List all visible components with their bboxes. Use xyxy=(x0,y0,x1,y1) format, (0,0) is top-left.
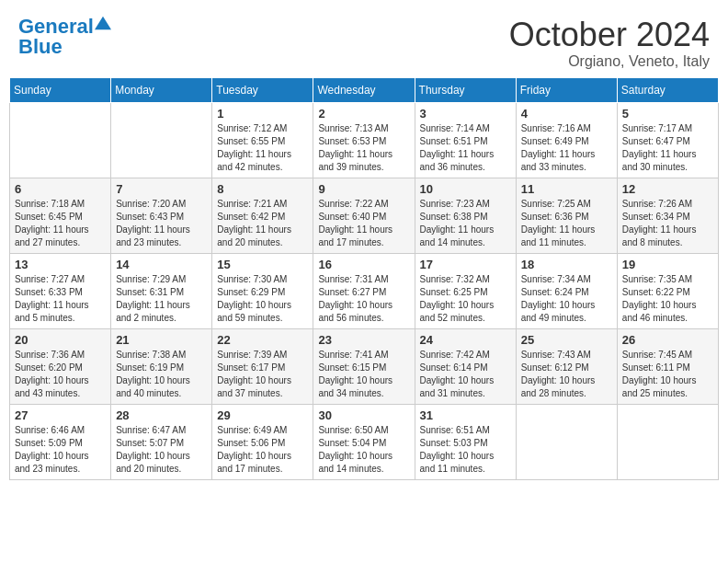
day-info: Sunrise: 7:20 AMSunset: 6:43 PMDaylight:… xyxy=(116,198,207,249)
calendar-cell xyxy=(111,102,212,178)
calendar-week-2: 6Sunrise: 7:18 AMSunset: 6:45 PMDaylight… xyxy=(10,178,719,253)
calendar-cell: 13Sunrise: 7:27 AMSunset: 6:33 PMDayligh… xyxy=(10,253,111,328)
day-number: 14 xyxy=(116,258,207,271)
day-info: Sunrise: 7:32 AMSunset: 6:25 PMDaylight:… xyxy=(420,273,511,325)
day-number: 10 xyxy=(420,182,511,196)
day-number: 2 xyxy=(318,107,409,121)
day-number: 30 xyxy=(318,408,409,422)
calendar-week-3: 13Sunrise: 7:27 AMSunset: 6:33 PMDayligh… xyxy=(10,253,719,328)
calendar-cell: 25Sunrise: 7:43 AMSunset: 6:12 PMDayligh… xyxy=(516,328,617,404)
calendar-cell: 29Sunrise: 6:49 AMSunset: 5:06 PMDayligh… xyxy=(212,404,313,479)
day-info: Sunrise: 7:34 AMSunset: 6:24 PMDaylight:… xyxy=(521,273,612,325)
calendar-cell: 5Sunrise: 7:17 AMSunset: 6:47 PMDaylight… xyxy=(617,102,718,178)
day-number: 13 xyxy=(15,258,106,271)
logo-icon xyxy=(95,15,111,31)
calendar-cell: 20Sunrise: 7:36 AMSunset: 6:20 PMDayligh… xyxy=(10,328,111,404)
calendar-cell: 3Sunrise: 7:14 AMSunset: 6:51 PMDaylight… xyxy=(415,102,516,178)
day-info: Sunrise: 7:35 AMSunset: 6:22 PMDaylight:… xyxy=(622,273,713,325)
calendar-cell: 10Sunrise: 7:23 AMSunset: 6:38 PMDayligh… xyxy=(415,178,516,253)
weekday-header-row: SundayMondayTuesdayWednesdayThursdayFrid… xyxy=(10,77,719,102)
day-number: 19 xyxy=(622,258,713,271)
weekday-sunday: Sunday xyxy=(10,77,111,102)
day-info: Sunrise: 7:22 AMSunset: 6:40 PMDaylight:… xyxy=(318,198,409,249)
day-info: Sunrise: 7:18 AMSunset: 6:45 PMDaylight:… xyxy=(15,198,106,249)
calendar-body: 1Sunrise: 7:12 AMSunset: 6:55 PMDaylight… xyxy=(10,102,719,479)
day-number: 5 xyxy=(622,107,713,121)
calendar-cell: 16Sunrise: 7:31 AMSunset: 6:27 PMDayligh… xyxy=(313,253,415,328)
day-number: 3 xyxy=(420,107,511,121)
day-number: 27 xyxy=(15,408,106,422)
calendar-cell: 17Sunrise: 7:32 AMSunset: 6:25 PMDayligh… xyxy=(415,253,516,328)
day-info: Sunrise: 7:31 AMSunset: 6:27 PMDaylight:… xyxy=(318,273,409,325)
day-number: 16 xyxy=(318,258,409,271)
day-number: 23 xyxy=(318,333,409,347)
day-info: Sunrise: 6:47 AMSunset: 5:07 PMDaylight:… xyxy=(116,424,207,476)
day-info: Sunrise: 7:30 AMSunset: 6:29 PMDaylight:… xyxy=(217,273,308,325)
calendar-cell: 24Sunrise: 7:42 AMSunset: 6:14 PMDayligh… xyxy=(415,328,516,404)
calendar-cell: 26Sunrise: 7:45 AMSunset: 6:11 PMDayligh… xyxy=(617,328,718,404)
day-number: 6 xyxy=(15,182,106,196)
page-header: General Blue October 2024 Orgiano, Venet… xyxy=(9,9,719,77)
day-info: Sunrise: 7:12 AMSunset: 6:55 PMDaylight:… xyxy=(217,122,308,174)
day-number: 20 xyxy=(15,333,106,347)
calendar-week-1: 1Sunrise: 7:12 AMSunset: 6:55 PMDaylight… xyxy=(10,102,719,178)
day-info: Sunrise: 7:17 AMSunset: 6:47 PMDaylight:… xyxy=(622,122,713,174)
calendar-cell: 2Sunrise: 7:13 AMSunset: 6:53 PMDaylight… xyxy=(313,102,415,178)
calendar-cell xyxy=(516,404,617,479)
day-number: 26 xyxy=(622,333,713,347)
day-number: 24 xyxy=(420,333,511,347)
day-number: 9 xyxy=(318,182,409,196)
day-info: Sunrise: 6:46 AMSunset: 5:09 PMDaylight:… xyxy=(15,424,106,476)
day-number: 21 xyxy=(116,333,207,347)
day-info: Sunrise: 7:26 AMSunset: 6:34 PMDaylight:… xyxy=(622,198,713,249)
location-text: Orgiano, Veneto, Italy xyxy=(509,53,710,70)
month-title: October 2024 xyxy=(509,17,710,53)
day-number: 12 xyxy=(622,182,713,196)
calendar-cell: 21Sunrise: 7:38 AMSunset: 6:19 PMDayligh… xyxy=(111,328,212,404)
title-block: October 2024 Orgiano, Veneto, Italy xyxy=(509,17,710,70)
calendar-cell: 7Sunrise: 7:20 AMSunset: 6:43 PMDaylight… xyxy=(111,178,212,253)
day-info: Sunrise: 7:25 AMSunset: 6:36 PMDaylight:… xyxy=(521,198,612,249)
day-info: Sunrise: 7:36 AMSunset: 6:20 PMDaylight:… xyxy=(15,349,106,400)
day-number: 25 xyxy=(521,333,612,347)
day-number: 29 xyxy=(217,408,308,422)
logo-subtext: Blue xyxy=(18,37,111,57)
calendar-cell: 28Sunrise: 6:47 AMSunset: 5:07 PMDayligh… xyxy=(111,404,212,479)
weekday-monday: Monday xyxy=(111,77,212,102)
day-number: 31 xyxy=(420,408,511,422)
svg-marker-0 xyxy=(95,17,111,29)
calendar-cell xyxy=(10,102,111,178)
day-info: Sunrise: 7:14 AMSunset: 6:51 PMDaylight:… xyxy=(420,122,511,174)
calendar-cell: 12Sunrise: 7:26 AMSunset: 6:34 PMDayligh… xyxy=(617,178,718,253)
day-number: 28 xyxy=(116,408,207,422)
day-info: Sunrise: 7:45 AMSunset: 6:11 PMDaylight:… xyxy=(622,349,713,400)
day-info: Sunrise: 7:13 AMSunset: 6:53 PMDaylight:… xyxy=(318,122,409,174)
calendar-cell: 23Sunrise: 7:41 AMSunset: 6:15 PMDayligh… xyxy=(313,328,415,404)
weekday-saturday: Saturday xyxy=(617,77,718,102)
calendar-table: SundayMondayTuesdayWednesdayThursdayFrid… xyxy=(9,77,719,480)
calendar-header: SundayMondayTuesdayWednesdayThursdayFrid… xyxy=(10,77,719,102)
weekday-friday: Friday xyxy=(516,77,617,102)
calendar-cell: 1Sunrise: 7:12 AMSunset: 6:55 PMDaylight… xyxy=(212,102,313,178)
calendar-cell: 6Sunrise: 7:18 AMSunset: 6:45 PMDaylight… xyxy=(10,178,111,253)
day-number: 22 xyxy=(217,333,308,347)
calendar-cell: 31Sunrise: 6:51 AMSunset: 5:03 PMDayligh… xyxy=(415,404,516,479)
day-number: 7 xyxy=(116,182,207,196)
day-info: Sunrise: 7:29 AMSunset: 6:31 PMDaylight:… xyxy=(116,273,207,325)
calendar-cell: 22Sunrise: 7:39 AMSunset: 6:17 PMDayligh… xyxy=(212,328,313,404)
calendar-cell: 9Sunrise: 7:22 AMSunset: 6:40 PMDaylight… xyxy=(313,178,415,253)
day-info: Sunrise: 7:23 AMSunset: 6:38 PMDaylight:… xyxy=(420,198,511,249)
day-info: Sunrise: 7:38 AMSunset: 6:19 PMDaylight:… xyxy=(116,349,207,400)
weekday-tuesday: Tuesday xyxy=(212,77,313,102)
calendar-cell: 15Sunrise: 7:30 AMSunset: 6:29 PMDayligh… xyxy=(212,253,313,328)
calendar-cell: 27Sunrise: 6:46 AMSunset: 5:09 PMDayligh… xyxy=(10,404,111,479)
day-number: 15 xyxy=(217,258,308,271)
calendar-cell: 18Sunrise: 7:34 AMSunset: 6:24 PMDayligh… xyxy=(516,253,617,328)
calendar-cell: 19Sunrise: 7:35 AMSunset: 6:22 PMDayligh… xyxy=(617,253,718,328)
day-number: 1 xyxy=(217,107,308,121)
calendar-cell: 30Sunrise: 6:50 AMSunset: 5:04 PMDayligh… xyxy=(313,404,415,479)
logo: General Blue xyxy=(18,17,111,57)
day-info: Sunrise: 7:21 AMSunset: 6:42 PMDaylight:… xyxy=(217,198,308,249)
logo-text: General xyxy=(18,17,94,37)
day-info: Sunrise: 6:51 AMSunset: 5:03 PMDaylight:… xyxy=(420,424,511,476)
